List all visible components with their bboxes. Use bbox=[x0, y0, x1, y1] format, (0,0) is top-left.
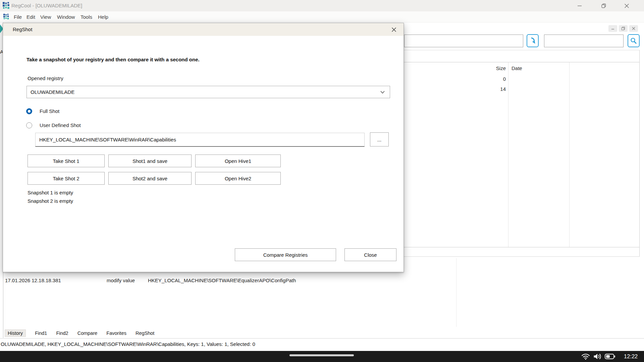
history-column-separator bbox=[456, 258, 457, 327]
go-button[interactable] bbox=[527, 34, 539, 47]
panel-tabs: History Find1 Find2 Compare Favorites Re… bbox=[5, 329, 154, 338]
dialog-close-button[interactable] bbox=[389, 25, 398, 34]
restore-button[interactable] bbox=[596, 0, 611, 11]
mdi-restore-icon bbox=[621, 26, 625, 31]
mdi-close-icon bbox=[632, 26, 636, 31]
user-defined-shot-radio[interactable] bbox=[26, 122, 32, 128]
mdi-restore-button[interactable] bbox=[619, 25, 628, 32]
close-icon bbox=[391, 27, 396, 32]
full-shot-label[interactable]: Full Shot bbox=[40, 108, 59, 114]
browse-button[interactable]: ... bbox=[370, 132, 389, 146]
app-titlebar: RegCool - [OLUWADEMILADE] bbox=[0, 0, 644, 11]
restore-icon bbox=[601, 3, 606, 8]
wifi-icon[interactable] bbox=[581, 353, 590, 360]
opened-registry-value: OLUWADEMILADE bbox=[31, 89, 74, 95]
user-defined-shot-label[interactable]: User Defined Shot bbox=[40, 122, 81, 128]
tab-compare[interactable]: Compare bbox=[77, 330, 98, 337]
regshot-dialog: RegShot Take a snapshot of your registry… bbox=[3, 23, 404, 272]
snapshot2-status: Snapshot 2 is empty bbox=[28, 198, 73, 204]
status-bar: OLUWADEMILADE, HKEY_LOCAL_MACHINE\SOFTWA… bbox=[0, 338, 644, 351]
column-separator bbox=[569, 62, 570, 247]
close-button[interactable] bbox=[619, 0, 634, 11]
tab-find2[interactable]: Find2 bbox=[56, 330, 68, 337]
menu-view[interactable]: View bbox=[40, 14, 51, 20]
menu-edit[interactable]: Edit bbox=[26, 14, 35, 20]
speaker-icon[interactable] bbox=[593, 353, 602, 360]
open-hive2-button[interactable]: Open Hive2 bbox=[195, 172, 281, 185]
address-input[interactable] bbox=[404, 35, 523, 47]
history-action: modify value bbox=[107, 278, 135, 283]
mdi-close-button[interactable] bbox=[629, 25, 638, 32]
dialog-title: RegShot bbox=[13, 26, 32, 32]
opened-registry-combobox[interactable]: OLUWADEMILADE bbox=[26, 86, 390, 98]
window-right-border bbox=[639, 50, 640, 256]
table-cell-size: 14 bbox=[486, 86, 506, 92]
desktop: RegCool - [OLUWADEMILADE] File Edit View… bbox=[0, 0, 644, 362]
clock[interactable]: 12:22 bbox=[624, 353, 638, 360]
menu-help[interactable]: Help bbox=[98, 14, 108, 20]
tab-favorites[interactable]: Favorites bbox=[106, 330, 126, 337]
shot1-and-save-button[interactable]: Shot1 and save bbox=[108, 155, 192, 167]
search-icon bbox=[630, 37, 637, 45]
tab-regshot[interactable]: RegShot bbox=[136, 330, 154, 337]
take-shot-1-button[interactable]: Take Shot 1 bbox=[28, 155, 105, 167]
menu-bar: File Edit View Window Tools Help bbox=[0, 11, 644, 22]
take-shot-2-button[interactable]: Take Shot 2 bbox=[28, 172, 105, 185]
regcool-logo-icon bbox=[3, 2, 10, 9]
tab-history[interactable]: History bbox=[5, 329, 26, 337]
chevron-down-icon bbox=[380, 90, 385, 94]
menu-tools[interactable]: Tools bbox=[80, 14, 92, 20]
battery-icon[interactable] bbox=[605, 354, 615, 359]
menu-window[interactable]: Window bbox=[57, 14, 75, 20]
compare-registries-button[interactable]: Compare Registries bbox=[235, 248, 336, 261]
column-header-size[interactable]: Size bbox=[486, 65, 506, 71]
regcool-small-icon bbox=[3, 14, 9, 20]
taskbar-handle[interactable] bbox=[289, 354, 354, 356]
close-icon bbox=[624, 3, 630, 9]
minimize-button[interactable] bbox=[572, 0, 587, 11]
dialog-titlebar[interactable]: RegShot bbox=[3, 23, 404, 36]
taskbar: 12:22 bbox=[0, 351, 644, 362]
column-header-date[interactable]: Date bbox=[512, 65, 522, 71]
table-cell-size: 0 bbox=[486, 76, 506, 82]
mdi-minimize-button[interactable] bbox=[608, 25, 617, 32]
status-text: OLUWADEMILADE, HKEY_LOCAL_MACHINE\SOFTWA… bbox=[1, 341, 255, 347]
history-timestamp: 17.01.2026 12.18.18.381 bbox=[5, 278, 61, 283]
registry-path-input[interactable] bbox=[35, 133, 365, 147]
menu-file[interactable]: File bbox=[14, 14, 22, 20]
search-button[interactable] bbox=[628, 34, 640, 47]
full-shot-radio[interactable] bbox=[26, 108, 32, 114]
dialog-description: Take a snapshot of your registry and the… bbox=[26, 57, 200, 62]
go-arrow-icon bbox=[529, 37, 536, 45]
column-separator bbox=[508, 62, 508, 247]
window-title: RegCool - [OLUWADEMILADE] bbox=[11, 3, 82, 8]
search-input[interactable] bbox=[544, 35, 624, 47]
mdi-minimize-icon bbox=[611, 26, 615, 31]
snapshot1-status: Snapshot 1 is empty bbox=[28, 190, 73, 195]
opened-registry-label: Opened registry bbox=[28, 75, 63, 81]
open-hive1-button[interactable]: Open Hive1 bbox=[195, 155, 281, 167]
minimize-icon bbox=[577, 3, 582, 8]
history-path: HKEY_LOCAL_MACHINE\SOFTWARE\EqualizerAPO… bbox=[148, 278, 296, 283]
dialog-close-action-button[interactable]: Close bbox=[344, 248, 396, 261]
tab-find1[interactable]: Find1 bbox=[35, 330, 47, 337]
shot2-and-save-button[interactable]: Shot2 and save bbox=[108, 172, 192, 185]
